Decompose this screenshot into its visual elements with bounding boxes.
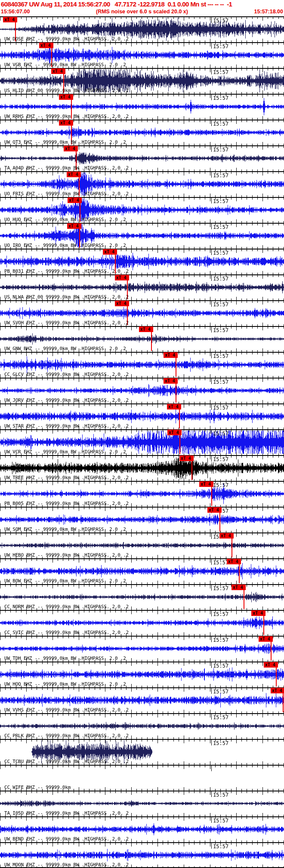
- minute-time-label: 15:57: [213, 353, 228, 359]
- minute-time-label: 15:57: [213, 843, 228, 850]
- minute-time-label: 15:57: [213, 818, 228, 824]
- trace-row-uw-hoq-bhz: 15:57xT 4UW HOQ BHZ -- 99999.0km BW .HIG…: [0, 662, 284, 687]
- pick-flag[interactable]: xT 4: [207, 507, 222, 513]
- minute-time-label: 15:57: [213, 689, 228, 695]
- trace-row-cc-norm-bhz: 15:57xT 4CC NORM BHZ -- 99999.0km BW .HI…: [0, 584, 284, 610]
- minute-time-label: 15:57: [213, 198, 228, 204]
- minute-time-label: 15:57: [213, 663, 228, 669]
- minute-time-label: 15:57: [213, 431, 228, 437]
- pick-flag[interactable]: xT 4: [103, 249, 117, 255]
- trace-row-uw-bow-ehz: 15:57xT 4UW BOW EHZ -- 99999.0km BW .HIG…: [0, 558, 284, 584]
- pick-flag[interactable]: xT 4: [67, 172, 81, 177]
- station-label: UW DOSE BHZ -- 99999.0km BW .HIGHPASS. 2…: [4, 36, 129, 42]
- pick-flag[interactable]: xT 4: [59, 120, 73, 126]
- station-label: CC PRLK BHZ -- 99999.0km BW .HIGHPASS. 2…: [4, 733, 129, 739]
- trace-row-uw-qt3-ehz: 15:57xT 4UW QT3 EHZ -- 99999.0km BW .HIG…: [0, 120, 284, 145]
- minute-time-label: 15:57: [213, 456, 228, 462]
- minute-time-label: 15:57: [213, 792, 228, 798]
- trace-row-uw-jorv-ehz: 15:57xT 4UW JORV EHZ -- 99999.0km BW .HI…: [0, 378, 284, 403]
- station-label: UW VGB EHZ -- 99999.0km BW .HIGHPASS. 2.…: [4, 62, 126, 68]
- station-label: TA A04D BHZ -- 99999.0km BW .HIGHPASS. 2…: [4, 165, 129, 171]
- pick-flag[interactable]: xT 4: [67, 223, 81, 229]
- minute-time-label: 15:57: [213, 302, 228, 308]
- pick-flag[interactable]: xT 4: [3, 17, 17, 22]
- pick-flag[interactable]: xT 4: [39, 43, 53, 48]
- minute-time-label: 15:57: [213, 405, 228, 411]
- minute-time-label: 15:57: [213, 43, 228, 49]
- minute-time-label: 15:57: [213, 740, 228, 746]
- pick-flag[interactable]: xT 4: [219, 533, 234, 539]
- pick-flag[interactable]: xT 4: [51, 68, 65, 74]
- pick-flag[interactable]: xT 4: [251, 610, 265, 616]
- station-label: UW HEBO BHZ -- 99999.0km BW .HIGHPASS. 2…: [4, 552, 129, 558]
- station-label: UW QT3 EHZ -- 99999.0km BW .HIGHPASS. 2.…: [4, 139, 126, 145]
- minute-time-label: 15:57: [213, 250, 228, 256]
- header: 60840367 UW Aug 11, 2014 15:56:27.00 47.…: [0, 0, 284, 16]
- pick-flag[interactable]: xT 4: [68, 197, 82, 203]
- trace-row-cc-glcv-ehz: 15:57xT 4CC GLCV EHZ -- 99999.0km BW .HI…: [0, 352, 284, 378]
- station-label: CC SVIC BHZ -- 99999.0km BW .HIGHPASS. 2…: [4, 630, 129, 635]
- station-label: UW TDH EHZ -- 99999.0km BW .HIGHPASS. 2.…: [4, 656, 126, 661]
- trace-row-cc-tcbu-bhz: 15:57CC TCBU BHZ -- 99999.0km BW .HIGHPA…: [0, 739, 284, 765]
- station-label: UO IRO EHZ -- 99999.0km BW .HIGHPASS. 2.…: [4, 243, 126, 248]
- trace-row-uo-fris-ehz: 15:57xT 4UO FRIS EHZ -- 99999.0km BW .HI…: [0, 171, 284, 197]
- pick-flag[interactable]: xT 4: [227, 559, 241, 564]
- trace-row-uw-sqm-ehz: 15:57xT 4UW SQM EHZ -- 99999.0km BW .HIG…: [0, 507, 284, 532]
- minute-time-label: 15:57: [213, 611, 228, 617]
- station-label: UW SQM EHZ -- 99999.0km BW .HIGHPASS. 2.…: [4, 526, 126, 532]
- trace-row-uw-hebo-bhz: 15:57xT 4UW HEBO BHZ -- 99999.0km BW .HI…: [0, 532, 284, 558]
- station-label: UW BEND EHZ -- 99999.0km BW .HIGHPASS. 2…: [4, 836, 129, 842]
- pick-flag[interactable]: xT 4: [59, 94, 73, 100]
- trace-row-uo-huq-ehz: 15:57xT 4UO HUQ EHZ -- 99999.0km BW .HIG…: [0, 197, 284, 223]
- station-label: UW VVHS EHZ -- 99999.0km BW .HIGHPASS. 2…: [4, 707, 129, 713]
- trace-row-us-hlid-bhz-00: 15:57xT 4US HLID BHZ 00 99999.0km BW .HI…: [0, 68, 284, 94]
- pick-flag[interactable]: xT 4: [64, 146, 78, 151]
- station-label: UW GNW BHZ -- 99999.0km BW .HIGHPASS. 2.…: [4, 346, 126, 351]
- minute-time-label: 15:57: [213, 585, 228, 591]
- rms-scale-note: (RMS noise over 6.0 s scaled 20.0 x): [96, 8, 188, 15]
- pick-flag[interactable]: xT 4: [271, 688, 284, 693]
- station-label: CC WIFE BHZ -- 99999.0km: [4, 785, 71, 790]
- trace-row-uw-svoh-ehz: 15:57xT 4UW SVOH EHZ -- 99999.0km BW .HI…: [0, 300, 284, 326]
- minute-time-label: 15:57: [213, 95, 228, 101]
- window-end-time: 15:57:18.00: [254, 8, 283, 15]
- pick-flag[interactable]: xT 4: [139, 326, 153, 332]
- trace-row-uw-vgb-ehz: 15:57xT 4UW VGB EHZ -- 99999.0km BW .HIG…: [0, 42, 284, 68]
- pick-flag[interactable]: xT 4: [264, 662, 278, 668]
- time-window-bar: 15:56:07.00 (RMS noise over 6.0 s scaled…: [0, 8, 284, 15]
- minute-time-label: 15:57: [213, 637, 228, 643]
- trace-row-uw-tdh-ehz: 15:57xT 4UW TDH EHZ -- 99999.0km BW .HIG…: [0, 636, 284, 662]
- trace-row-pb-b031-ehz: 15:57xT 4PB B031 EHZ -- 99999.0km BW .HI…: [0, 249, 284, 274]
- pick-flag[interactable]: xT 4: [167, 404, 181, 409]
- station-label: UW STAR EHZ -- 99999.0km BW .HIGHPASS. 2…: [4, 423, 129, 429]
- station-label: UW SVOH EHZ -- 99999.0km BW .HIGHPASS. 2…: [4, 320, 129, 326]
- station-label: UW JORV EHZ -- 99999.0km BW .HIGHPASS. 2…: [4, 397, 129, 403]
- trace-row-uw-tree-hhz: 15:57xT 4UW TREE HHZ -- 99999.0km BW .HI…: [0, 455, 284, 481]
- window-start-time: 15:56:07.00: [1, 8, 30, 15]
- trace-row-pb-b005-ehz: 15:57xT 4PB B005 EHZ -- 99999.0km BW .HI…: [0, 481, 284, 507]
- trace-row-uw-gnw-bhz: 15:57xT 4UW GNW BHZ -- 99999.0km BW .HIG…: [0, 326, 284, 352]
- pick-flag[interactable]: xT 4: [167, 430, 182, 435]
- trace-row-cc-svic-bhz: 15:57xT 4CC SVIC BHZ -- 99999.0km BW .HI…: [0, 610, 284, 636]
- minute-time-label: 15:57: [213, 69, 228, 75]
- trace-row-uw-vcr-ehz: 15:57xT 4UW VCR EHZ -- 99999.0km BW .HIG…: [0, 429, 284, 455]
- minute-time-label: 15:57: [213, 560, 228, 566]
- pick-flag[interactable]: xT 4: [259, 636, 273, 642]
- pick-flag[interactable]: xT 4: [164, 378, 178, 384]
- pick-flag[interactable]: xT 4: [179, 456, 194, 461]
- station-label: UO HUQ EHZ -- 99999.0km BW .HIGHPASS. 2.…: [4, 217, 126, 222]
- trace-row-cc-prlk-bhz: 15:57CC PRLK BHZ -- 99999.0km BW .HIGHPA…: [0, 713, 284, 739]
- pick-flag[interactable]: xT 4: [164, 352, 178, 358]
- pick-flag[interactable]: xT 4: [115, 275, 129, 280]
- station-label: UW RRHS EHZ -- 99999.0km BW .HIGHPASS. 2…: [4, 114, 129, 119]
- minute-time-label: 15:57: [213, 379, 228, 385]
- trace-list: 15:57xT 4UW DOSE BHZ -- 99999.0km BW .HI…: [0, 16, 284, 868]
- pick-flag[interactable]: xT 4: [199, 481, 213, 487]
- station-label: TA I05D BHZ -- 99999.0km BW .HIGHPASS .2…: [4, 810, 129, 816]
- minute-time-label: 15:57: [213, 482, 228, 488]
- trace-row-uo-iro-ehz: 15:57xT 4UO IRO EHZ -- 99999.0km BW .HIG…: [0, 223, 284, 249]
- pick-flag[interactable]: xT 4: [232, 585, 246, 590]
- station-label: CC TCBU BHZ -- 99999.0km BW .HIGHPASS. 2…: [4, 759, 129, 764]
- pick-flag[interactable]: xT 4: [115, 301, 129, 306]
- trace-row-us-nlwa-bhz-00: 15:57xT 4US NLWA BHZ 00 99999.0km BW .HI…: [0, 274, 284, 300]
